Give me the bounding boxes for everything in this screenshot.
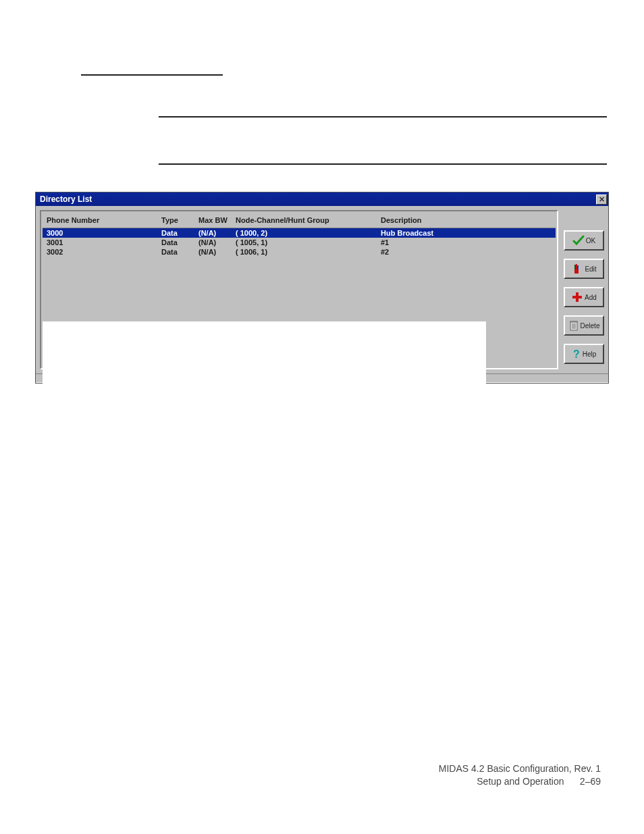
check-icon xyxy=(572,235,585,246)
svg-text:?: ? xyxy=(573,348,580,360)
ok-label: OK xyxy=(586,237,595,244)
ok-button[interactable]: OK xyxy=(564,230,604,251)
heading-underline xyxy=(81,74,223,76)
svg-rect-5 xyxy=(572,296,582,298)
cell-maxbw: (N/A) xyxy=(198,238,236,246)
cell-phone: 3002 xyxy=(47,248,161,256)
white-overlay xyxy=(43,321,486,444)
list-header: Phone Number Type Max BW Node-Channel/Hu… xyxy=(43,213,556,228)
add-button[interactable]: Add xyxy=(564,287,604,307)
svg-rect-7 xyxy=(570,321,578,322)
cell-maxbw: (N/A) xyxy=(198,248,236,256)
cell-desc: #2 xyxy=(381,248,552,256)
table-row[interactable]: 3002Data(N/A)( 1006, 1)#2 xyxy=(43,247,556,257)
col-header-desc: Description xyxy=(381,216,552,224)
edit-button[interactable]: Edit xyxy=(564,259,604,279)
help-button[interactable]: ? Help xyxy=(564,344,604,364)
cell-type: Data xyxy=(161,248,198,256)
plus-icon xyxy=(571,291,583,303)
button-column: OK Edit xyxy=(564,210,604,369)
col-header-type: Type xyxy=(161,216,198,224)
cell-desc: Hub Broadcast xyxy=(381,229,552,237)
close-button[interactable]: ✕ xyxy=(596,194,607,205)
horizontal-rule-1 xyxy=(159,116,607,118)
footer-section: Setup and Operation xyxy=(477,776,564,787)
table-row[interactable]: 3001Data(N/A)( 1005, 1)#1 xyxy=(43,238,556,247)
table-row[interactable]: 3000Data(N/A)( 1000, 2)Hub Broadcast xyxy=(43,228,556,238)
edit-label: Edit xyxy=(585,265,596,273)
help-icon: ? xyxy=(572,348,581,360)
cell-maxbw: (N/A) xyxy=(198,229,236,237)
delete-label: Delete xyxy=(581,322,600,330)
col-header-phone: Phone Number xyxy=(47,216,161,224)
page-footer: MIDAS 4.2 Basic Configuration, Rev. 1 Se… xyxy=(439,762,601,788)
delete-button[interactable]: Delete xyxy=(564,315,604,336)
cell-node: ( 1006, 1) xyxy=(236,248,381,256)
cell-node: ( 1000, 2) xyxy=(236,229,381,237)
footer-line1: MIDAS 4.2 Basic Configuration, Rev. 1 xyxy=(439,762,601,775)
footer-pagenum: 2–69 xyxy=(580,776,601,787)
svg-rect-0 xyxy=(574,269,579,273)
add-label: Add xyxy=(585,294,597,301)
cell-type: Data xyxy=(161,229,198,237)
help-label: Help xyxy=(583,350,597,358)
edit-icon xyxy=(571,263,583,275)
col-header-node: Node-Channel/Hunt Group xyxy=(236,216,381,224)
close-icon: ✕ xyxy=(599,196,605,203)
titlebar: Directory List ✕ xyxy=(36,192,608,206)
horizontal-rule-2 xyxy=(159,163,607,165)
cell-node: ( 1005, 1) xyxy=(236,238,381,246)
cell-desc: #1 xyxy=(381,238,552,246)
col-header-maxbw: Max BW xyxy=(198,216,236,224)
cell-phone: 3001 xyxy=(47,238,161,246)
window-title: Directory List xyxy=(40,194,596,204)
footer-line2: Setup and Operation 2–69 xyxy=(439,775,601,788)
cell-type: Data xyxy=(161,238,198,246)
trash-icon xyxy=(568,319,579,332)
cell-phone: 3000 xyxy=(47,229,161,237)
